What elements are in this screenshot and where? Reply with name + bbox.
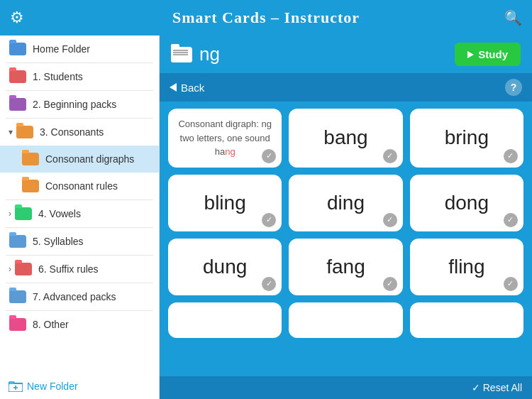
check-badge-2: ✓ bbox=[504, 149, 518, 163]
sidebar-item-beginning-packs[interactable]: 2. Beginning packs bbox=[0, 91, 159, 118]
card-bling[interactable]: bling ✓ bbox=[168, 175, 282, 231]
new-folder-button[interactable]: New Folder bbox=[0, 373, 159, 399]
new-folder-icon bbox=[9, 381, 23, 392]
sidebar-item-suffix-rules[interactable]: › 6. Suffix rules bbox=[0, 256, 159, 283]
card-fang[interactable]: fang ✓ bbox=[289, 239, 402, 295]
sidebar: Home Folder 1. Students 2. Beginning pac… bbox=[0, 35, 160, 399]
chevron-down-icon: ▾ bbox=[9, 127, 13, 137]
card-word: bang bbox=[323, 126, 367, 149]
check-badge-3: ✓ bbox=[262, 213, 276, 227]
sidebar-item-home-folder[interactable]: Home Folder bbox=[0, 35, 159, 62]
card-word: ding bbox=[327, 192, 365, 214]
check-badge-0: ✓ bbox=[262, 149, 276, 163]
card-dong[interactable]: dong ✓ bbox=[410, 175, 523, 231]
card-dung[interactable]: dung ✓ bbox=[168, 239, 282, 295]
app-header: ⚙ Smart Cards – Instructor 🔍 bbox=[0, 0, 532, 35]
card-word: bring bbox=[445, 126, 489, 149]
sidebar-item-students[interactable]: 1. Students bbox=[0, 63, 159, 90]
sidebar-item-advanced-packs[interactable]: 7. Advanced packs bbox=[0, 283, 159, 310]
sidebar-item-consonants[interactable]: ▾ 3. Consonants bbox=[0, 119, 159, 146]
card-definition[interactable]: Consonant digraph: ngtwo letters, one so… bbox=[168, 109, 282, 168]
help-button[interactable]: ? bbox=[505, 79, 522, 96]
check-badge-7: ✓ bbox=[383, 277, 397, 291]
play-icon bbox=[467, 51, 474, 58]
gear-icon[interactable]: ⚙ bbox=[10, 9, 24, 27]
back-arrow-icon bbox=[170, 83, 177, 92]
card-bang[interactable]: bang ✓ bbox=[289, 109, 402, 168]
study-button[interactable]: Study bbox=[455, 43, 521, 66]
check-badge-5: ✓ bbox=[504, 213, 518, 227]
card-word: fling bbox=[448, 256, 484, 278]
card-word: fang bbox=[326, 256, 365, 278]
check-badge-8: ✓ bbox=[504, 277, 518, 291]
card-ding[interactable]: ding ✓ bbox=[289, 175, 402, 231]
app-title: Smart Cards – Instructor bbox=[172, 9, 360, 27]
back-button[interactable]: Back bbox=[170, 82, 204, 94]
card-bring[interactable]: bring ✓ bbox=[410, 109, 523, 168]
sidebar-item-syllables[interactable]: 5. Syllables bbox=[0, 228, 159, 255]
main-layout: Home Folder 1. Students 2. Beginning pac… bbox=[0, 35, 532, 399]
sidebar-item-consonant-digraphs[interactable]: Consonant digraphs bbox=[0, 146, 159, 173]
chevron-right-icon: › bbox=[9, 209, 11, 219]
check-badge-4: ✓ bbox=[383, 213, 397, 227]
cards-grid: Consonant digraph: ngtwo letters, one so… bbox=[168, 109, 523, 338]
reset-all-button[interactable]: ✓ Reset All bbox=[472, 382, 522, 393]
card-word: dong bbox=[445, 192, 489, 214]
chevron-right-icon-2: › bbox=[9, 264, 11, 274]
content-title: ng bbox=[199, 43, 448, 65]
card-def-text: Consonant digraph: ngtwo letters, one so… bbox=[178, 117, 272, 159]
content-header: ng Study bbox=[160, 35, 532, 73]
back-bar: Back ? bbox=[160, 73, 532, 102]
back-label: Back bbox=[181, 82, 204, 94]
folder-icon-large bbox=[171, 47, 192, 62]
check-badge-1: ✓ bbox=[383, 149, 397, 163]
card-word: bling bbox=[204, 192, 246, 214]
card-partial-3[interactable] bbox=[410, 302, 523, 338]
card-partial-1[interactable] bbox=[168, 302, 282, 338]
search-icon[interactable]: 🔍 bbox=[504, 9, 522, 26]
new-folder-label: New Folder bbox=[27, 381, 78, 392]
sidebar-item-vowels[interactable]: › 4. Vowels bbox=[0, 200, 159, 227]
bottom-bar: ✓ Reset All bbox=[160, 376, 532, 399]
card-word: dung bbox=[203, 256, 247, 278]
sidebar-item-other[interactable]: 8. Other bbox=[0, 311, 159, 338]
sidebar-item-consonant-rules[interactable]: Consonant rules bbox=[0, 173, 159, 200]
content-area: ng Study Back ? Consonant digraph: ngtwo… bbox=[160, 35, 532, 399]
check-badge-6: ✓ bbox=[262, 277, 276, 291]
reset-all-label: ✓ Reset All bbox=[472, 382, 522, 393]
cards-area: Consonant digraph: ngtwo letters, one so… bbox=[160, 102, 532, 376]
card-fling[interactable]: fling ✓ bbox=[410, 239, 523, 295]
card-partial-2[interactable] bbox=[289, 302, 402, 338]
